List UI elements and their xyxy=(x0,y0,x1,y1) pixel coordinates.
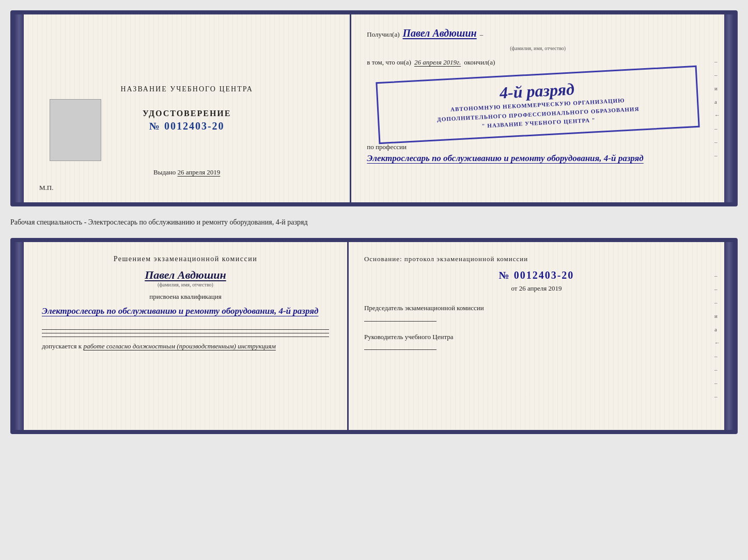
bottom-left-page: Решением экзаменационной комиссии Павел … xyxy=(24,242,349,430)
right-spine-bottom xyxy=(724,242,734,430)
line-sep-3 xyxy=(42,337,329,337)
protocol-number: № 0012403-20 xyxy=(364,269,709,281)
side-mark-b3: – xyxy=(714,299,720,306)
separator-text: Рабочая специальность - Электрослесарь п… xyxy=(10,213,738,232)
side-mark-b4: и xyxy=(714,313,720,319)
profession-prefix: по профессии xyxy=(367,143,709,151)
page-wrapper: НАЗВАНИЕ УЧЕБНОГО ЦЕНТРА УДОСТОВЕРЕНИЕ №… xyxy=(10,10,738,434)
certificate-title: УДОСТОВЕРЕНИЕ xyxy=(143,109,231,118)
mp-label: М.П. xyxy=(39,184,53,192)
predsedatel-title: Председатель экзаменационной комиссии xyxy=(364,303,709,313)
side-mark-b8: – xyxy=(714,366,720,373)
bottom-right-page: Основание: протокол экзаменационной коми… xyxy=(349,242,724,430)
left-spine-bottom xyxy=(14,242,24,430)
person-name-bl: Павел Авдюшин xyxy=(42,268,329,282)
komissia-title: Решением экзаменационной комиссии xyxy=(42,255,329,263)
side-mark-b9: – xyxy=(714,380,720,386)
okoncil-label: окончил(а) xyxy=(464,58,495,67)
side-mark-b10: – xyxy=(714,393,720,399)
profession-value: Электрослесарь по обслуживанию и ремонту… xyxy=(367,151,709,166)
bottom-document: Решением экзаменационной комиссии Павел … xyxy=(10,238,738,434)
side-mark-b1: – xyxy=(714,273,720,279)
top-document: НАЗВАНИЕ УЧЕБНОГО ЦЕНТРА УДОСТОВЕРЕНИЕ №… xyxy=(10,10,738,206)
dash: – xyxy=(480,30,484,39)
vtom-prefix: в том, что он(а) xyxy=(367,58,411,67)
side-mark-b5: а xyxy=(714,326,720,332)
ot-date-line: от 26 апреля 2019 xyxy=(364,284,709,293)
predsedatel-block: Председатель экзаменационной комиссии xyxy=(364,303,709,322)
side-mark-b2: – xyxy=(714,286,720,292)
received-prefix: Получил(a) xyxy=(367,30,399,39)
vydano-line: Выдано 26 апреля 2019 xyxy=(153,168,220,177)
qualification-value: Электрослесарь по обслуживанию и ремонту… xyxy=(42,304,329,319)
side-mark-2: – xyxy=(714,72,720,78)
ot-prefix: от xyxy=(511,284,517,292)
photo-placeholder xyxy=(50,99,101,161)
dopusk-block: допускается к работе согласно должностны… xyxy=(42,342,329,350)
fio-hint-bl: (фамилия, имя, отчество) xyxy=(42,282,329,287)
prisvoena-text: присвоена квалификация xyxy=(42,293,329,301)
side-mark-1: – xyxy=(714,58,720,65)
ot-date: 26 апреля 2019 xyxy=(519,284,562,292)
received-line: Получил(a) Павел Авдюшин – xyxy=(367,27,709,39)
side-marks-bottom: – – – и а ← – – – – xyxy=(714,273,720,399)
side-mark-b6: ← xyxy=(714,340,720,346)
certificate-number: № 0012403-20 xyxy=(143,120,231,132)
vydano-date: 26 апреля 2019 xyxy=(178,168,221,176)
dopusk-prefix: допускается к xyxy=(42,342,82,350)
profession-block: по профессии Электрослесарь по обслужива… xyxy=(367,143,709,166)
rukovoditel-signature-line xyxy=(364,349,437,350)
top-left-page: НАЗВАНИЕ УЧЕБНОГО ЦЕНТРА УДОСТОВЕРЕНИЕ №… xyxy=(24,14,351,202)
vtom-date: 26 апреля 2019г. xyxy=(414,58,461,67)
top-right-page: Получил(a) Павел Авдюшин – (фамилия, имя… xyxy=(351,14,724,202)
side-mark-8: – xyxy=(714,152,720,158)
osnovanie-title: Основание: протокол экзаменационной коми… xyxy=(364,255,709,263)
side-mark-3: и xyxy=(714,85,720,91)
line-sep-2 xyxy=(42,333,329,333)
rukovoditel-title: Руководитель учебного Центра xyxy=(364,332,709,342)
left-spine xyxy=(14,14,24,202)
side-marks-top: – – и а ← – – – xyxy=(714,58,720,158)
vtom-line: в том, что он(а) 26 апреля 2019г. окончи… xyxy=(367,58,709,67)
line-sep-1 xyxy=(42,329,329,330)
side-mark-7: – xyxy=(714,139,720,145)
dopusk-value: работе согласно должностным (производств… xyxy=(83,342,275,350)
right-spine-top xyxy=(724,14,734,202)
predsedatel-signature-line xyxy=(364,321,437,322)
side-mark-b7: – xyxy=(714,353,720,359)
side-mark-5: ← xyxy=(714,112,720,118)
certificate-block: УДОСТОВЕРЕНИЕ № 0012403-20 xyxy=(143,109,231,132)
received-name: Павел Авдюшин xyxy=(402,27,476,39)
center-title: НАЗВАНИЕ УЧЕБНОГО ЦЕНТРА xyxy=(121,85,253,93)
side-mark-4: а xyxy=(714,99,720,105)
side-mark-6: – xyxy=(714,125,720,132)
rukovoditel-block: Руководитель учебного Центра xyxy=(364,332,709,350)
vydano-prefix: Выдано xyxy=(153,168,176,176)
